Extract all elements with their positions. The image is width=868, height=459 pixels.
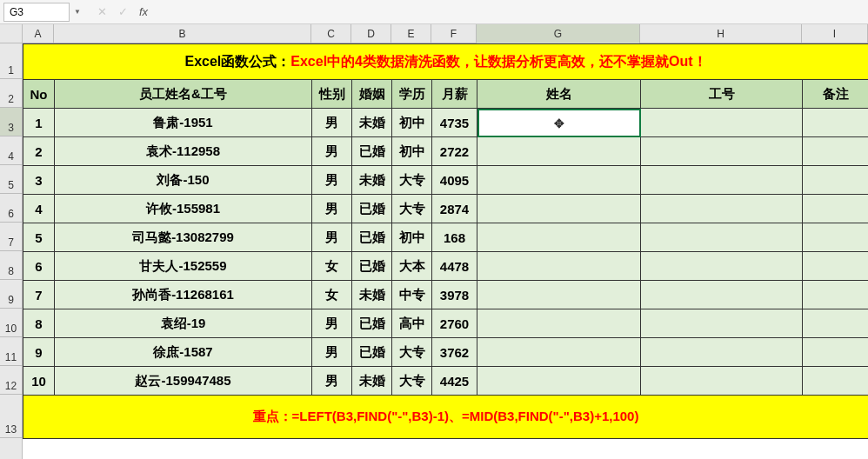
cell[interactable]: 初中 xyxy=(392,137,432,166)
cell[interactable]: 男 xyxy=(312,137,352,166)
cell[interactable]: 4 xyxy=(23,195,55,223)
formula-input[interactable] xyxy=(153,3,865,22)
cancel-icon[interactable]: ✕ xyxy=(92,3,111,22)
cell[interactable]: 168 xyxy=(432,223,477,252)
row-header-6[interactable]: 6 xyxy=(0,194,22,223)
cell[interactable]: 9 xyxy=(23,338,55,367)
cell[interactable]: 2874 xyxy=(432,195,477,223)
cell[interactable]: 3978 xyxy=(432,281,477,309)
cell[interactable]: 已婚 xyxy=(352,309,392,338)
row-header-13[interactable]: 13 xyxy=(0,395,22,438)
column-header-B[interactable]: B xyxy=(54,24,311,43)
cell[interactable]: 男 xyxy=(312,166,352,195)
cell[interactable]: 司马懿-13082799 xyxy=(55,223,312,252)
cell[interactable] xyxy=(641,137,803,166)
column-header-C[interactable]: C xyxy=(311,24,351,43)
table-header[interactable]: No xyxy=(23,80,55,109)
cell[interactable]: 2 xyxy=(23,137,55,166)
cell[interactable] xyxy=(477,166,641,195)
row-header-2[interactable]: 2 xyxy=(0,79,22,108)
select-all-corner[interactable] xyxy=(0,24,23,43)
cell[interactable]: 男 xyxy=(312,309,352,338)
cell[interactable]: 大本 xyxy=(392,252,432,281)
row-header-4[interactable]: 4 xyxy=(0,136,22,165)
cell[interactable]: 男 xyxy=(312,338,352,367)
cell[interactable] xyxy=(803,166,869,195)
cell[interactable]: 5 xyxy=(23,223,55,252)
cell[interactable] xyxy=(803,252,869,281)
cell[interactable]: 已婚 xyxy=(352,137,392,166)
cell[interactable]: 2760 xyxy=(432,309,477,338)
cell[interactable]: 大专 xyxy=(392,367,432,396)
cell[interactable] xyxy=(477,367,641,396)
cell[interactable] xyxy=(641,309,803,338)
active-cell[interactable]: ✥ xyxy=(477,109,641,137)
table-header[interactable]: 姓名 xyxy=(477,80,641,109)
cell[interactable] xyxy=(641,252,803,281)
column-header-G[interactable]: G xyxy=(477,24,640,43)
fx-icon[interactable]: fx xyxy=(139,5,148,18)
cell[interactable] xyxy=(803,281,869,309)
cell[interactable] xyxy=(803,195,869,223)
cell[interactable]: 8 xyxy=(23,309,55,338)
table-header[interactable]: 月薪 xyxy=(432,80,477,109)
row-header-1[interactable]: 1 xyxy=(0,43,22,79)
cell[interactable]: 未婚 xyxy=(352,367,392,396)
grid-area[interactable]: Excel函数公式：Excel中的4类数据清洗函数，让数据分析更高效，还不掌握就… xyxy=(23,43,868,459)
cell[interactable]: 4478 xyxy=(432,252,477,281)
cell[interactable]: 6 xyxy=(23,252,55,281)
table-header[interactable]: 工号 xyxy=(641,80,803,109)
cell[interactable] xyxy=(641,367,803,396)
cell[interactable] xyxy=(477,252,641,281)
row-header-11[interactable]: 11 xyxy=(0,337,22,366)
cell[interactable] xyxy=(803,309,869,338)
cell[interactable]: 袁术-112958 xyxy=(55,137,312,166)
cell[interactable] xyxy=(803,367,869,396)
cell[interactable] xyxy=(477,338,641,367)
cell[interactable]: 赵云-159947485 xyxy=(55,367,312,396)
name-box[interactable]: G3 xyxy=(3,3,70,22)
cell[interactable]: 孙尚香-11268161 xyxy=(55,281,312,309)
cell[interactable] xyxy=(641,223,803,252)
cell[interactable]: 4425 xyxy=(432,367,477,396)
cell[interactable]: 未婚 xyxy=(352,166,392,195)
column-header-D[interactable]: D xyxy=(351,24,391,43)
cell[interactable] xyxy=(641,195,803,223)
cell[interactable]: 已婚 xyxy=(352,223,392,252)
cell[interactable]: 女 xyxy=(312,281,352,309)
cell[interactable]: 中专 xyxy=(392,281,432,309)
cell[interactable]: 已婚 xyxy=(352,252,392,281)
column-header-E[interactable]: E xyxy=(391,24,431,43)
row-header-8[interactable]: 8 xyxy=(0,251,22,280)
table-header[interactable]: 备注 xyxy=(803,80,869,109)
cell[interactable]: 初中 xyxy=(392,109,432,137)
cell[interactable]: 2722 xyxy=(432,137,477,166)
name-box-dropdown[interactable]: ▼ xyxy=(70,3,85,22)
cell[interactable]: 3 xyxy=(23,166,55,195)
column-header-F[interactable]: F xyxy=(431,24,477,43)
cell[interactable]: 初中 xyxy=(392,223,432,252)
cell[interactable]: 已婚 xyxy=(352,338,392,367)
cell[interactable]: 高中 xyxy=(392,309,432,338)
cell[interactable] xyxy=(803,338,869,367)
cell[interactable] xyxy=(803,137,869,166)
cell[interactable]: 已婚 xyxy=(352,195,392,223)
cell[interactable] xyxy=(477,309,641,338)
cell[interactable]: 男 xyxy=(312,223,352,252)
cell[interactable]: 甘夫人-152559 xyxy=(55,252,312,281)
table-header[interactable]: 性别 xyxy=(312,80,352,109)
table-header[interactable]: 婚姻 xyxy=(352,80,392,109)
cell[interactable]: 男 xyxy=(312,367,352,396)
table-header[interactable]: 学历 xyxy=(392,80,432,109)
cell[interactable]: 男 xyxy=(312,109,352,137)
cell[interactable]: 刘备-150 xyxy=(55,166,312,195)
row-header-10[interactable]: 10 xyxy=(0,309,22,337)
table-header[interactable]: 员工姓名&工号 xyxy=(55,80,312,109)
cell[interactable]: 3762 xyxy=(432,338,477,367)
cell[interactable] xyxy=(477,281,641,309)
cell[interactable]: 大专 xyxy=(392,166,432,195)
cell[interactable]: 7 xyxy=(23,281,55,309)
cell[interactable] xyxy=(477,137,641,166)
cell[interactable]: 袁绍-19 xyxy=(55,309,312,338)
column-header-A[interactable]: A xyxy=(23,24,54,43)
